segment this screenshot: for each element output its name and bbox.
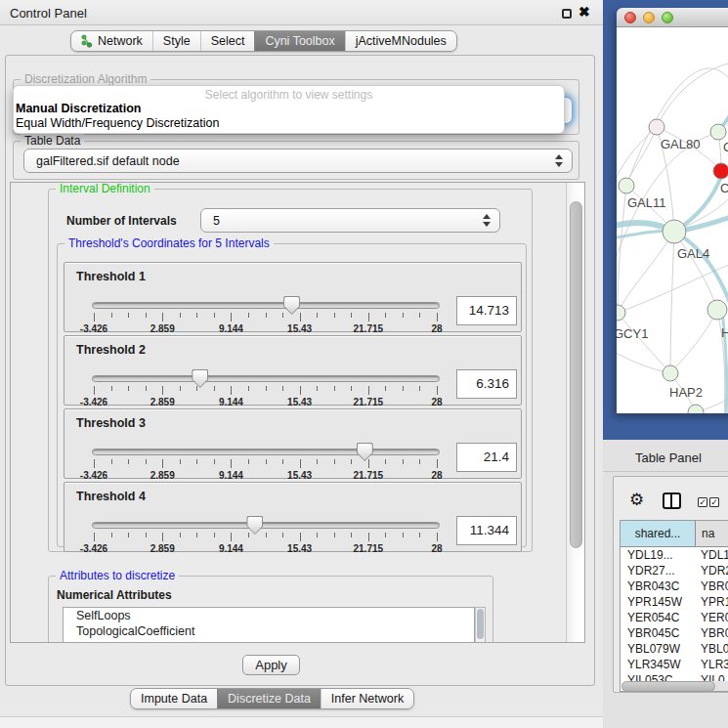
tick-mark: [162, 313, 163, 321]
column-header-shared-name[interactable]: shared...: [621, 521, 696, 547]
tick-mark: [317, 533, 318, 537]
numerical-attributes-label: Numerical Attributes: [57, 588, 172, 602]
network-node-hap2[interactable]: [663, 365, 678, 381]
threshold-value-field[interactable]: 11.344: [456, 516, 517, 545]
network-edge[interactable]: [674, 232, 717, 310]
horizontal-scrollbar[interactable]: [621, 681, 728, 692]
window-zoom-icon[interactable]: [662, 12, 673, 23]
stepper-icon: [554, 154, 564, 167]
tick-mark: [334, 313, 335, 318]
split-columns-icon[interactable]: [663, 492, 681, 509]
network-edge[interactable]: [626, 127, 657, 186]
table-row[interactable]: YDL19...YDL1: [621, 547, 728, 563]
slider-track[interactable]: [92, 375, 440, 382]
number-of-intervals-combobox[interactable]: 5: [200, 208, 500, 233]
network-node-gcy1[interactable]: [617, 305, 625, 321]
network-edge[interactable]: [670, 232, 674, 373]
gear-icon[interactable]: ⚙: [629, 490, 644, 510]
network-edge[interactable]: [670, 310, 717, 373]
table-row[interactable]: YPR145WYPR1: [621, 594, 728, 610]
tick-mark: [351, 533, 352, 537]
list-item-betweennesscentrality[interactable]: BetweennessCentrality: [64, 639, 474, 643]
tab-cyni-toolbox[interactable]: Cyni Toolbox: [254, 31, 344, 51]
table-row[interactable]: YER054CYER0: [621, 610, 728, 625]
slider-track[interactable]: [92, 522, 440, 529]
dropdown-hint: Select algorithm to view settings: [14, 86, 564, 102]
close-panel-icon[interactable]: ✖: [578, 4, 590, 20]
table-row[interactable]: YDR27...YDR2: [621, 563, 728, 578]
tick-mark: [111, 313, 112, 318]
cell-name: YBL0: [696, 641, 728, 657]
tab-impute-data[interactable]: Impute Data: [131, 689, 217, 708]
tab-jactivemnodules[interactable]: jActiveMNodules: [345, 31, 456, 51]
window-minimize-icon[interactable]: [643, 12, 655, 23]
tab-network[interactable]: Network: [71, 31, 152, 51]
threshold-label: Threshold 3: [76, 416, 146, 430]
numerical-attributes-list[interactable]: SelfLoopsTopologicalCoefficientBetweenne…: [63, 607, 475, 643]
network-node-gal80[interactable]: [649, 119, 664, 135]
checkbox-icon[interactable]: ✓: [698, 497, 707, 507]
network-edge[interactable]: [618, 313, 670, 373]
slider-track[interactable]: [92, 449, 440, 455]
tab-infer-network[interactable]: Infer Network: [321, 689, 413, 708]
cell-shared-name: YDL19...: [621, 547, 696, 563]
attributes-to-discretize-group: Attributes to discretize Numerical Attri…: [48, 576, 493, 643]
tab-select[interactable]: Select: [200, 31, 255, 51]
table-row[interactable]: YBR045CYBR0: [621, 625, 728, 641]
list-item-topologicalcoefficient[interactable]: TopologicalCoefficient: [64, 623, 474, 639]
network-canvas[interactable]: GAL80GCGAL11GAL4GCY1HHAP2: [617, 27, 728, 413]
threshold-value-field[interactable]: 14.713: [456, 296, 517, 325]
threshold-value-field[interactable]: 21.4: [456, 443, 517, 472]
vertical-scrollbar[interactable]: [566, 183, 585, 642]
tick-label: 15.43: [287, 397, 312, 407]
tick-mark: [317, 386, 318, 391]
tick-mark: [368, 533, 369, 541]
checkbox-icon[interactable]: ✓: [709, 497, 719, 507]
network-node-gal4[interactable]: [663, 220, 686, 243]
tick-mark: [111, 386, 112, 391]
network-edge[interactable]: [657, 63, 728, 127]
table-data-combobox[interactable]: galFiltered.sif default node: [23, 149, 573, 173]
float-window-icon[interactable]: [562, 9, 572, 19]
slider-track[interactable]: [92, 302, 440, 309]
algorithm-option-manual-discretization[interactable]: Manual Discretization: [14, 102, 564, 116]
tick-mark: [162, 533, 163, 541]
horizontal-scrollbar-thumb[interactable]: [621, 681, 715, 692]
tick-mark: [248, 313, 249, 318]
network-edge[interactable]: [617, 350, 670, 373]
column-header-name[interactable]: na: [696, 521, 728, 547]
list-item-selfloops[interactable]: SelfLoops: [64, 608, 474, 623]
network-node[interactable]: [688, 405, 704, 413]
table-row[interactable]: YBR043CYBR0: [621, 578, 728, 594]
network-node-gal11[interactable]: [619, 178, 634, 193]
algorithm-option-equal-width-frequency-discretization[interactable]: Equal Width/Frequency Discretization: [14, 116, 564, 131]
tab-discretize-data[interactable]: Discretize Data: [217, 689, 321, 708]
vertical-scrollbar-thumb[interactable]: [570, 201, 582, 548]
network-node-c[interactable]: [713, 163, 728, 179]
tick-mark: [266, 533, 267, 537]
table-row[interactable]: YLR345WYLR3: [621, 657, 728, 672]
node-label: GAL80: [661, 137, 700, 151]
tick-mark: [300, 459, 301, 468]
table-row[interactable]: YBL079WYBL0: [621, 641, 728, 657]
tab-style[interactable]: Style: [152, 31, 200, 51]
tick-label: 9.144: [219, 323, 243, 334]
network-node-g[interactable]: [710, 124, 726, 140]
tick-mark: [128, 386, 129, 391]
network-graph[interactable]: GAL80GCGAL11GAL4GCY1HHAP2: [617, 27, 728, 413]
tick-mark: [317, 459, 318, 464]
tick-mark: [300, 313, 301, 321]
tick-mark: [94, 313, 95, 321]
network-node-h[interactable]: [707, 300, 727, 320]
network-edge[interactable]: [618, 232, 674, 313]
tick-label: -3.426: [80, 323, 107, 334]
window-close-icon[interactable]: [624, 12, 636, 23]
apply-button[interactable]: Apply: [242, 655, 300, 675]
network-window-titlebar[interactable]: [617, 8, 728, 27]
attributes-list-scrollbar[interactable]: [475, 607, 486, 643]
tick-mark: [368, 386, 369, 395]
tick-mark: [128, 313, 129, 318]
tick-label: 15.43: [287, 543, 312, 554]
network-edge-thick[interactable]: [674, 232, 728, 303]
threshold-value-field[interactable]: 6.316: [456, 369, 517, 399]
